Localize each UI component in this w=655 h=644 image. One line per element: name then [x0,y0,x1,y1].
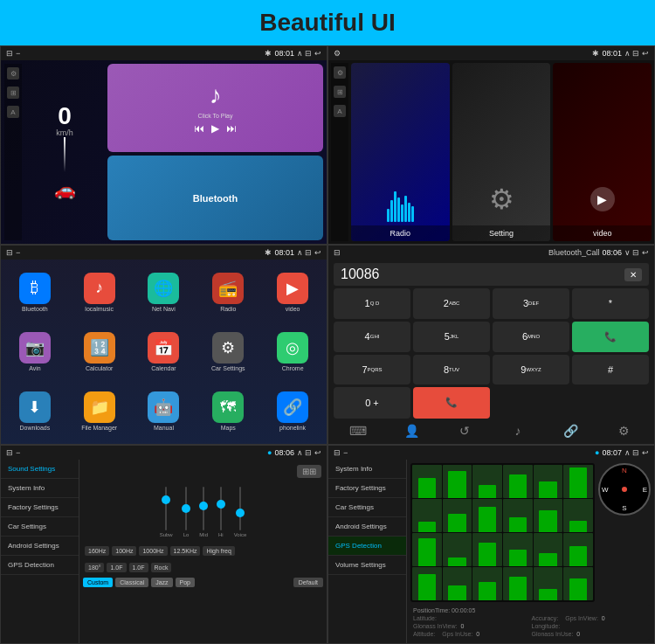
bluetooth-card[interactable]: Bluetooth [107,156,323,240]
app-calendar[interactable]: 📅 Calendar [141,322,186,380]
bluetooth-label: Bluetooth [193,193,238,204]
app-localmusic[interactable]: ♪ localmusic [77,263,122,321]
freq-1khz[interactable]: 1000Hz [139,546,167,556]
nav-icons-4: ∨ ⊟ ↩ [624,248,649,257]
dial-hash[interactable]: # [572,355,649,384]
menu-sound[interactable]: Sound Settings [1,460,79,479]
gps-sidebar: System Info Factory Settings Car Setting… [328,460,407,643]
dial-star[interactable]: * [572,288,649,318]
gear-visual: ⚙ [489,173,514,225]
nav-icons-1: ∧ ⊟ ↩ [297,49,321,58]
preset-custom[interactable]: Custom [83,578,113,587]
play-icon[interactable]: ▶ [211,122,219,135]
keyboard-icon[interactable]: ⌨ [334,424,383,438]
dial-6[interactable]: 6 MNO [493,322,569,352]
home-icon-3: ⊟ [6,248,13,257]
home-icon: ⊟ [6,49,13,58]
radio-label: Radio [351,225,450,241]
app-manual[interactable]: 🤖 Manual [141,383,186,440]
grid-icon[interactable]: ⊞ [7,87,19,99]
video-card[interactable]: ▶ video [553,63,652,241]
recent-icon[interactable]: ↺ [440,424,490,438]
backspace-btn[interactable]: ✕ [624,268,642,281]
extra-1f-1[interactable]: 1.0F [107,563,126,572]
contacts-icon[interactable]: 👤 [387,424,437,438]
eq-icon[interactable]: ⊞⊞ [297,465,321,478]
music-icon[interactable]: ♪ [493,424,542,438]
app-maps[interactable]: 🗺 Maps [205,383,251,440]
dial-3[interactable]: 3 DEF [493,288,569,318]
menu-sysinfo[interactable]: System Info [1,479,79,498]
gps-menu-android[interactable]: Android Settings [328,517,406,537]
preset-classical[interactable]: Classical [115,578,148,587]
gps-menu-gps[interactable]: GPS Detection [328,537,406,556]
dial-2[interactable]: 2 ABC [413,288,490,318]
music-card[interactable]: ♪ Click To Play ⏮ ▶ ⏭ [107,64,323,152]
gps-menu-car[interactable]: Car Settings [328,498,406,517]
eq-lo: Lo [183,487,190,537]
gps-menu-factory[interactable]: Factory Settings [328,479,406,498]
link-icon[interactable]: 🔗 [546,424,596,438]
setting-card[interactable]: ⚙ Setting [452,63,551,241]
dial-4[interactable]: 4 GHI [334,322,410,352]
radio-card[interactable]: Radio [351,63,450,241]
next-icon[interactable]: ⏭ [226,122,237,135]
eq-subw: Subw [160,487,173,537]
call-btn[interactable]: 📞 [572,322,649,352]
freq-12khz[interactable]: 12.5KHz [170,546,201,556]
preset-pop[interactable]: Pop [176,578,195,587]
grid-icon-2[interactable]: ⊞ [334,86,346,98]
settings-icon[interactable]: ⚙ [7,67,19,80]
extra-1f-2[interactable]: 1.0F [129,563,148,572]
app-avin[interactable]: 📷 Avin [12,322,58,380]
android-icon-2[interactable]: A [334,105,346,117]
app-calculator[interactable]: 🔢 Calculator [77,322,122,380]
freq-100hz[interactable]: 100Hz [112,546,136,556]
app-netnavi[interactable]: 🌐 Net Navi [141,263,186,321]
app-radio[interactable]: 📻 Radio [205,263,251,321]
app-video[interactable]: ▶ video [270,263,315,321]
dial-9[interactable]: 9 WXYZ [493,355,569,384]
settings-icon-dialer[interactable]: ⚙ [599,424,649,438]
preset-jazz[interactable]: Jazz [151,578,172,587]
menu-factory[interactable]: Factory Settings [1,498,79,517]
app-carsettings[interactable]: ⚙ Car Settings [205,322,251,380]
dial-0[interactable]: 0 + [334,387,410,418]
dial-1[interactable]: 1 Q D [334,288,410,318]
nav-icons-2: ∧ ⊟ ↩ [624,49,649,58]
freq-high[interactable]: High freq [203,546,234,556]
menu-car[interactable]: Car Settings [1,517,79,537]
car-icon: 🚗 [29,179,100,200]
default-btn[interactable]: Default [293,578,323,587]
gps-menu-volume[interactable]: Volume Settings [328,556,406,575]
dial-5[interactable]: 5 JKL [413,322,490,352]
end-call-btn[interactable]: 📞 [413,387,490,418]
app-bluetooth[interactable]: ₿ Bluetooth [12,263,58,321]
dial-7[interactable]: 7 PQRS [334,355,410,384]
freq-160hz[interactable]: 160Hz [85,546,109,556]
eq-section: Subw Lo Mid [83,483,323,541]
settings-icon-2[interactable]: ⚙ [334,66,346,79]
gps-menu-sysinfo[interactable]: System Info [328,460,406,479]
status-bar-5: ⊟ − ● 08:06 ∧ ⊟ ↩ [1,446,327,460]
nav-icons-3: ∧ ⊟ ↩ [297,248,321,257]
dial-grid: 1 Q D 2 ABC 3 DEF * 4 GHI 5 JKL 6 MNO 📞 … [334,288,649,418]
menu-gps[interactable]: GPS Detection [1,556,79,575]
glonass-inview: 0 [460,623,464,629]
app-chrome[interactable]: ◎ Chrome [270,322,315,380]
preset-row: Custom Classical Jazz Pop Default [83,578,323,587]
menu-android[interactable]: Android Settings [1,537,79,556]
prev-icon[interactable]: ⏮ [194,122,204,135]
extra-rock[interactable]: Rock [151,563,172,572]
music-note-icon: ♪ [210,81,222,109]
speed-value: 0 [29,104,100,128]
android-icon[interactable]: A [7,106,19,118]
app-filemanager[interactable]: 📁 File Manager [77,383,122,440]
dial-8[interactable]: 8 TUV [413,355,490,384]
app-downloads[interactable]: ⬇ Downloads [12,383,58,440]
app-phonelink[interactable]: 🔗 phonelink [270,383,315,440]
compass: N S E W [598,463,651,516]
time-display-4: 08:06 [602,248,622,257]
extra-180[interactable]: 180° [85,563,104,572]
gps-inuse: 0 [476,631,479,637]
